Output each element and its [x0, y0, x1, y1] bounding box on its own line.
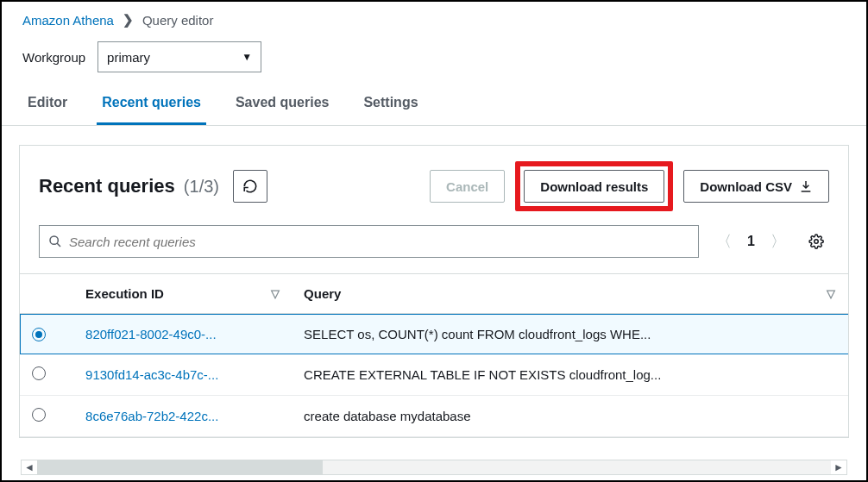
tabs: Editor Recent queries Saved queries Sett…	[2, 85, 866, 126]
breadcrumb-root[interactable]: Amazon Athena	[22, 13, 114, 28]
execution-id-link[interactable]: 8c6e76ab-72b2-422c...	[73, 396, 292, 437]
row-radio[interactable]	[32, 408, 46, 422]
recent-queries-table: Execution ID▽ Query▽ Start time	[20, 274, 848, 437]
download-results-button[interactable]: Download results	[524, 170, 664, 203]
pagination: 〈 1 〉	[711, 228, 791, 255]
row-radio[interactable]	[32, 328, 46, 341]
execution-id-link[interactable]: 9130fd14-ac3c-4b7c-...	[73, 354, 292, 396]
download-icon	[799, 179, 813, 193]
column-select	[20, 274, 73, 314]
breadcrumb: Amazon Athena ❯ Query editor	[2, 2, 866, 36]
workgroup-value: primary	[107, 50, 150, 65]
page-number: 1	[747, 234, 755, 249]
tab-saved-queries[interactable]: Saved queries	[230, 85, 335, 125]
query-cell: CREATE EXTERNAL TABLE IF NOT EXISTS clou…	[292, 354, 847, 396]
download-results-highlight: Download results	[515, 161, 673, 211]
search-icon	[48, 235, 62, 248]
refresh-icon	[242, 178, 258, 194]
tab-recent-queries[interactable]: Recent queries	[97, 85, 206, 125]
scroll-right-icon[interactable]: ►	[831, 461, 846, 473]
workgroup-select[interactable]: primary ▼	[97, 41, 261, 72]
scroll-track[interactable]	[37, 460, 831, 474]
table-scroll[interactable]: Execution ID▽ Query▽ Start time	[20, 273, 848, 437]
panel-title: Recent queries (1/3)	[39, 175, 219, 197]
execution-id-link[interactable]: 820ff021-8002-49c0-...	[73, 314, 292, 354]
column-query[interactable]: Query▽	[292, 274, 847, 314]
download-csv-label: Download CSV	[700, 179, 792, 194]
column-execution-id[interactable]: Execution ID▽	[73, 274, 292, 314]
breadcrumb-current: Query editor	[142, 13, 214, 28]
query-cell: create database mydatabase	[292, 396, 847, 437]
cancel-button: Cancel	[430, 170, 505, 203]
filter-icon: ▽	[827, 287, 835, 300]
workgroup-label: Workgroup	[22, 50, 85, 65]
table-row[interactable]: 820ff021-8002-49c0-... SELECT os, COUNT(…	[20, 314, 848, 354]
start-time-cell: 2023-01-0	[847, 396, 848, 437]
table-row[interactable]: 8c6e76ab-72b2-422c... create database my…	[20, 396, 848, 437]
settings-gear-button[interactable]	[803, 230, 829, 253]
table-row[interactable]: 9130fd14-ac3c-4b7c-... CREATE EXTERNAL T…	[20, 354, 848, 396]
gear-icon	[808, 234, 824, 249]
start-time-cell: 2023-01-0	[847, 354, 848, 396]
svg-point-0	[50, 236, 58, 244]
svg-point-1	[815, 240, 819, 244]
caret-down-icon: ▼	[242, 51, 252, 63]
tab-editor[interactable]: Editor	[22, 85, 72, 125]
search-input[interactable]	[69, 235, 689, 249]
start-time-cell: 2023-01-0	[847, 314, 848, 354]
horizontal-scrollbar[interactable]: ◄ ►	[21, 460, 847, 475]
search-box[interactable]	[39, 225, 699, 258]
tab-settings[interactable]: Settings	[358, 85, 423, 125]
refresh-button[interactable]	[233, 170, 267, 203]
query-cell: SELECT os, COUNT(*) count FROM cloudfron…	[292, 314, 847, 354]
recent-queries-panel: Recent queries (1/3) Cancel Download res…	[19, 145, 849, 438]
column-start-time[interactable]: Start time	[847, 274, 848, 314]
download-csv-button[interactable]: Download CSV	[683, 170, 829, 203]
chevron-right-icon: ❯	[123, 12, 134, 28]
scroll-left-icon[interactable]: ◄	[22, 461, 37, 473]
page-next-button[interactable]: 〉	[765, 228, 791, 255]
page-prev-button[interactable]: 〈	[711, 228, 737, 255]
scroll-thumb[interactable]	[37, 460, 323, 474]
panel-count: (1/3)	[184, 177, 219, 196]
filter-icon: ▽	[271, 287, 280, 300]
row-radio[interactable]	[32, 366, 46, 380]
